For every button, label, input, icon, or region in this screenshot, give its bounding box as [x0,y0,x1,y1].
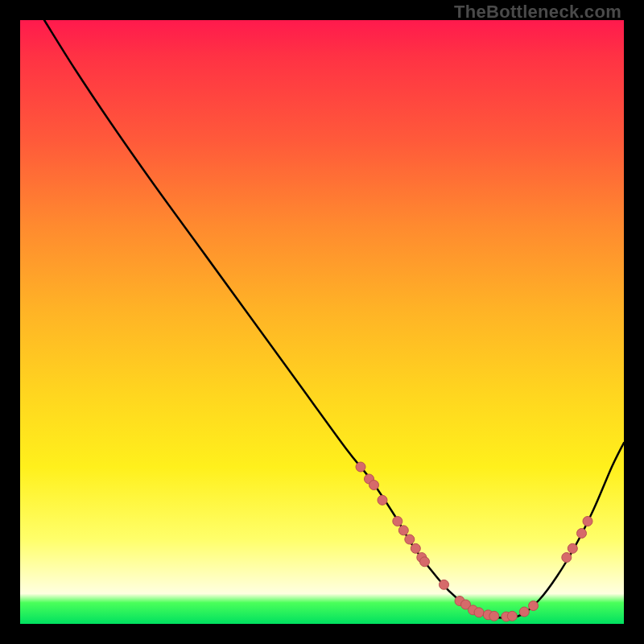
plot-area [20,20,624,624]
data-dot [489,611,499,621]
data-dots [356,462,592,621]
data-dot [398,526,408,535]
data-dot [393,517,402,526]
data-dot [356,462,365,472]
data-dot [411,543,420,553]
data-dot [440,580,449,589]
bottleneck-curve [44,20,624,618]
data-dot [519,607,529,617]
chart-frame: TheBottleneck.com [0,0,644,644]
data-dot [529,601,539,611]
data-dot [583,517,592,526]
data-dot [562,553,572,563]
data-dot [405,535,415,544]
curve-svg [20,20,624,624]
data-dot [568,543,577,553]
data-dot [378,495,387,505]
data-dot [474,608,484,617]
data-dot [577,529,587,539]
data-dot [369,481,379,490]
data-dot [420,557,430,567]
data-dot [507,611,517,621]
watermark-text: TheBottleneck.com [454,2,621,23]
